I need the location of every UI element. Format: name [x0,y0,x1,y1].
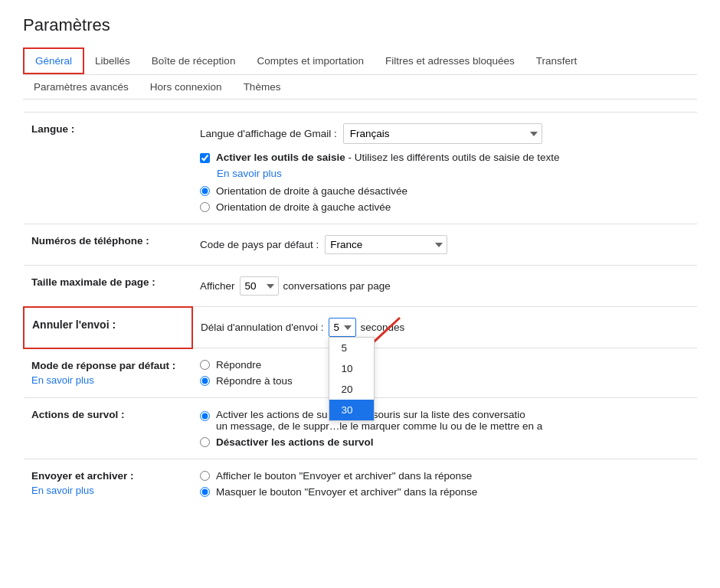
radio-orientation-activee[interactable] [200,202,210,212]
label-annuler-envoi: Annuler l'envoi : [24,307,192,348]
orientation-activee-label: Orientation de droite à gauche activée [216,201,391,213]
value-page-size: Afficher 50 25 100 conversations par pag… [192,266,697,307]
tab-general[interactable]: Général [23,47,84,74]
repondre-label: Répondre [216,359,261,371]
label-telephone: Numéros de téléphone : [24,224,192,266]
value-telephone: Code de pays par défaut : France [192,224,697,266]
label-page-size: Taille maximale de page : [24,266,192,307]
orientation-desactivee-label: Orientation de droite à gauche désactivé… [216,185,407,197]
tabs-row2: Paramètres avancés Hors connexion Thèmes [23,75,697,100]
value-survol: Activer les actions de su…ssez la souris… [192,398,697,459]
pays-select[interactable]: France [325,235,447,254]
page-size-suffix: conversations par page [283,280,391,292]
delai-dropdown-menu[interactable]: 5 10 20 30 [329,337,375,421]
radio-desactiver-survol[interactable] [200,437,210,447]
saisie-suffix: - Utilisez les différents outils de sais… [345,152,560,163]
code-pays-label: Code de pays par défaut : [200,239,319,250]
afficher-archiver-label: Afficher le bouton "Envoyer et archiver"… [216,470,472,482]
tab-filtres[interactable]: Filtres et adresses bloquées [375,49,525,73]
delai-label: Délai d'annulation d'envoi : [201,322,324,333]
masquer-archiver-label: Masquer le bouton "Envoyer et archiver" … [216,486,477,498]
delai-option-20[interactable]: 20 [329,379,374,400]
radio-repondre-tous[interactable] [200,376,210,386]
radio-orientation-desactivee[interactable] [200,186,210,196]
row-page-size: Taille maximale de page : Afficher 50 25… [24,266,697,307]
survol-activer-line2: un message, de le suppr…le le marquer co… [216,420,542,432]
row-annuler-envoi: Annuler l'envoi : Délai d'annulation d'e… [24,307,697,348]
tab-comptes-importation[interactable]: Comptes et importation [246,49,375,73]
afficher-label: Afficher [200,280,235,292]
label-envoyer-archiver: Envoyer et archiver : En savoir plus [24,459,192,509]
tab-parametres-avances[interactable]: Paramètres avancés [23,75,139,99]
reponse-en-savoir-plus[interactable]: En savoir plus [31,374,185,386]
tabs-row1: Général Libellés Boîte de réception Comp… [23,47,697,75]
label-reponse: Mode de réponse par défaut : En savoir p… [24,348,192,398]
envoyer-en-savoir-plus[interactable]: En savoir plus [31,485,185,496]
row-envoyer-archiver: Envoyer et archiver : En savoir plus Aff… [24,459,697,509]
repondre-tous-label: Répondre à tous [216,375,293,387]
value-reponse: Répondre Répondre à tous [192,348,697,398]
page-title: Paramètres [23,15,697,35]
saisie-checkbox[interactable] [200,153,210,163]
label-langue: Langue : [24,113,192,224]
radio-afficher-archiver[interactable] [200,471,210,481]
value-langue: Langue d'affichage de Gmail : Français A… [192,113,697,224]
row-langue: Langue : Langue d'affichage de Gmail : F… [24,113,697,224]
tab-boite-reception[interactable]: Boîte de réception [141,49,247,73]
langue-select[interactable]: Français [343,123,542,144]
radio-activer-survol[interactable] [200,411,210,421]
radio-repondre[interactable] [200,360,210,370]
survol-desactiver-label: Désactiver les actions de survol [216,436,374,448]
value-envoyer-archiver: Afficher le bouton "Envoyer et archiver"… [192,459,697,509]
lang-display-label: Langue d'affichage de Gmail : [200,128,337,139]
delai-option-10[interactable]: 10 [329,358,374,379]
row-telephone: Numéros de téléphone : Code de pays par … [24,224,697,266]
tab-hors-connexion[interactable]: Hors connexion [139,75,233,99]
page-size-select[interactable]: 50 25 100 [240,276,279,296]
radio-masquer-archiver[interactable] [200,487,210,497]
delai-select[interactable]: 5 [329,318,356,337]
value-annuler-envoi: Délai d'annulation d'envoi : 5 5 10 20 3… [192,307,697,348]
delai-option-5[interactable]: 5 [329,338,374,358]
saisie-en-savoir-plus[interactable]: En savoir plus [217,168,282,179]
tab-themes[interactable]: Thèmes [233,75,292,99]
tab-libelles[interactable]: Libellés [84,49,141,73]
delai-option-30[interactable]: 30 [329,400,374,420]
settings-table: Langue : Langue d'affichage de Gmail : F… [23,112,697,508]
tab-transfert[interactable]: Transfert [525,49,588,73]
delai-dropdown-container: 5 5 10 20 30 [329,318,356,337]
label-survol: Actions de survol : [24,398,192,459]
delai-suffix: secondes [361,322,405,333]
saisie-label: Activer les outils de saisie [216,152,345,163]
